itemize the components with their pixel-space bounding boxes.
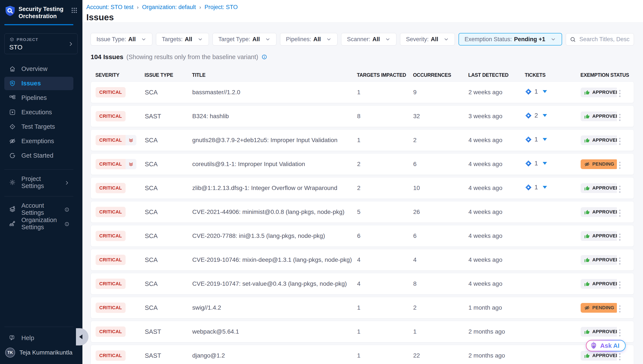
breadcrumb-item[interactable]: Project: STO bbox=[205, 4, 238, 10]
table-row[interactable]: CRITICAL SCA CVE-2021-44906: minimist@0.… bbox=[91, 201, 634, 223]
nav-label: Get Started bbox=[21, 152, 53, 159]
info-icon[interactable] bbox=[64, 206, 70, 212]
layers-icon bbox=[126, 159, 136, 169]
breadcrumb-item[interactable]: Account: STO test bbox=[86, 4, 134, 10]
sidebar-item-pipelines[interactable]: Pipelines bbox=[4, 91, 73, 104]
user-name: Teja Kummarikuntla bbox=[20, 349, 73, 356]
last-detected: 4 weeks ago bbox=[468, 280, 525, 287]
filter-scanner[interactable]: Scanner: All bbox=[341, 33, 397, 46]
row-menu-button[interactable] bbox=[617, 256, 623, 266]
sidebar-item-exemptions[interactable]: Exemptions bbox=[4, 134, 73, 148]
caret-down-icon[interactable] bbox=[543, 138, 547, 141]
project-selector[interactable]: PROJECT STO bbox=[4, 34, 78, 54]
row-menu-button[interactable] bbox=[617, 352, 623, 362]
ticket-count: 2 bbox=[534, 112, 538, 119]
avatar[interactable]: TK bbox=[5, 348, 15, 358]
row-menu-button[interactable] bbox=[617, 184, 623, 194]
sidebar-item-account-settings[interactable]: Account Settings bbox=[4, 202, 73, 216]
sidebar-item-executions[interactable]: Executions bbox=[4, 106, 73, 119]
targets-impacted: 4 bbox=[357, 280, 413, 287]
settings-nav: Account Settings Organization Settings bbox=[0, 202, 83, 232]
shield-search-icon bbox=[9, 80, 16, 87]
row-menu-button[interactable] bbox=[617, 304, 623, 314]
ticket-link[interactable]: 1 bbox=[525, 184, 547, 191]
severity-badge: CRITICAL bbox=[96, 302, 126, 313]
filter-exemption-status[interactable]: Exemption Status: Pending +1 bbox=[458, 33, 562, 46]
occurrences: 1 bbox=[413, 328, 468, 335]
table-row[interactable]: CRITICAL SCA CVE-2020-7788: ini@1.3.5 (l… bbox=[91, 225, 634, 247]
sidebar-item-overview[interactable]: Overview bbox=[4, 62, 73, 76]
sidebar-item-get-started[interactable]: Get Started bbox=[4, 149, 73, 162]
occurrences: 2 bbox=[413, 137, 468, 144]
issue-type: SCA bbox=[145, 232, 192, 240]
table-row[interactable]: CRITICAL SCA swig//1.4.2 1 2 1 month ago… bbox=[91, 297, 634, 318]
table-row[interactable]: CRITICAL SAST webpack@5.64.1 1 1 2 month… bbox=[91, 321, 634, 342]
caret-down-icon[interactable] bbox=[543, 114, 547, 117]
thumb-up-icon bbox=[584, 209, 590, 215]
severity-badge: CRITICAL bbox=[96, 87, 126, 98]
ask-ai-label: Ask AI bbox=[600, 342, 619, 349]
ticket-link[interactable]: 1 bbox=[525, 88, 547, 95]
table-row[interactable]: CRITICAL SCA gnutls28@3.7.9-2+deb12u5: I… bbox=[91, 130, 634, 151]
breadcrumb-item[interactable]: Organization: default bbox=[142, 4, 196, 10]
filter-issue-type[interactable]: Issue Type: All bbox=[91, 33, 152, 46]
col-last-detected: LAST DETECTED bbox=[468, 72, 525, 78]
caret-down-icon[interactable] bbox=[543, 90, 547, 93]
table-row[interactable]: CRITICAL SAST django@1.2 1 22 2 months a… bbox=[91, 345, 634, 364]
table-row[interactable]: CRITICAL SCA bassmaster//1.2.0 1 9 2 wee… bbox=[91, 82, 634, 103]
row-menu-button[interactable] bbox=[617, 88, 623, 99]
ticket-link[interactable]: 1 bbox=[525, 136, 547, 143]
nav-label: Organization Settings bbox=[21, 216, 64, 231]
sidebar-item-help[interactable]: Help bbox=[4, 331, 73, 344]
exemption-status-badge: APPROVED bbox=[581, 88, 617, 97]
caret-down-icon[interactable] bbox=[543, 186, 547, 189]
targets-impacted: 8 bbox=[357, 113, 413, 120]
sidebar-item-organization-settings[interactable]: Organization Settings bbox=[4, 217, 73, 230]
row-menu-button[interactable] bbox=[617, 280, 623, 290]
ticket-link[interactable]: 2 bbox=[525, 112, 547, 119]
last-detected: 4 weeks ago bbox=[468, 256, 525, 263]
table-header: SEVERITY ISSUE TYPE TITLE TARGETS IMPACT… bbox=[91, 72, 634, 78]
table-row[interactable]: CRITICAL SCA coreutils@9.1-1: Improper I… bbox=[91, 153, 634, 175]
filter-value: All bbox=[431, 36, 438, 43]
caret-down-icon[interactable] bbox=[543, 162, 547, 165]
issue-title: CVE-2021-44906: minimist@0.0.8 (lang-pkg… bbox=[192, 208, 357, 216]
filter-label: Exemption Status: bbox=[465, 36, 512, 43]
row-menu-button[interactable] bbox=[617, 160, 623, 170]
row-menu-button[interactable] bbox=[617, 208, 623, 218]
occurrences: 9 bbox=[413, 89, 468, 96]
issues-table: CRITICAL SCA bassmaster//1.2.0 1 9 2 wee… bbox=[91, 82, 634, 364]
sidebar-item-issues[interactable]: Issues bbox=[4, 77, 73, 90]
thumb-up-icon bbox=[584, 185, 590, 191]
issue-type: SCA bbox=[145, 161, 192, 168]
help-icon bbox=[9, 335, 16, 341]
sidebar-item-test-targets[interactable]: Test Targets bbox=[4, 120, 73, 134]
row-menu-button[interactable] bbox=[617, 232, 623, 242]
thumb-up-icon bbox=[584, 233, 590, 239]
app-switcher-grid-icon[interactable] bbox=[71, 7, 78, 14]
ticket-count: 1 bbox=[534, 184, 538, 191]
jira-ticket-icon bbox=[525, 160, 532, 167]
filter-value: All bbox=[313, 36, 321, 43]
org-settings-icon bbox=[9, 220, 16, 227]
filter-pipelines[interactable]: Pipelines: All bbox=[280, 33, 337, 46]
sidebar-item-project-settings[interactable]: Project Settings bbox=[4, 176, 73, 189]
thumb-up-icon bbox=[584, 90, 590, 95]
targets-impacted: 1 bbox=[357, 137, 413, 144]
filter-target-type[interactable]: Target Type: All bbox=[213, 33, 277, 46]
filter-targets[interactable]: Targets: All bbox=[156, 33, 209, 46]
row-menu-button[interactable] bbox=[617, 328, 623, 338]
info-icon[interactable] bbox=[261, 54, 267, 60]
ask-ai-button[interactable]: Ask AI bbox=[586, 340, 626, 352]
row-menu-button[interactable] bbox=[617, 136, 623, 147]
table-row[interactable]: CRITICAL SCA zlib@1:1.2.13.dfsg-1: Integ… bbox=[91, 177, 634, 199]
row-menu-button[interactable] bbox=[617, 112, 623, 123]
user-profile[interactable]: TK Teja Kummarikuntla bbox=[0, 348, 83, 364]
filter-severity[interactable]: Severity: All bbox=[400, 33, 455, 46]
table-row[interactable]: CRITICAL SAST B324: hashlib 8 32 3 weeks… bbox=[91, 106, 634, 127]
info-icon[interactable] bbox=[64, 221, 70, 226]
filter-value: All bbox=[372, 36, 380, 43]
table-row[interactable]: CRITICAL SCA CVE-2019-10747: set-value@0… bbox=[91, 273, 634, 294]
ticket-link[interactable]: 1 bbox=[525, 160, 547, 167]
table-row[interactable]: CRITICAL SCA CVE-2019-10746: mixin-deep@… bbox=[91, 249, 634, 271]
